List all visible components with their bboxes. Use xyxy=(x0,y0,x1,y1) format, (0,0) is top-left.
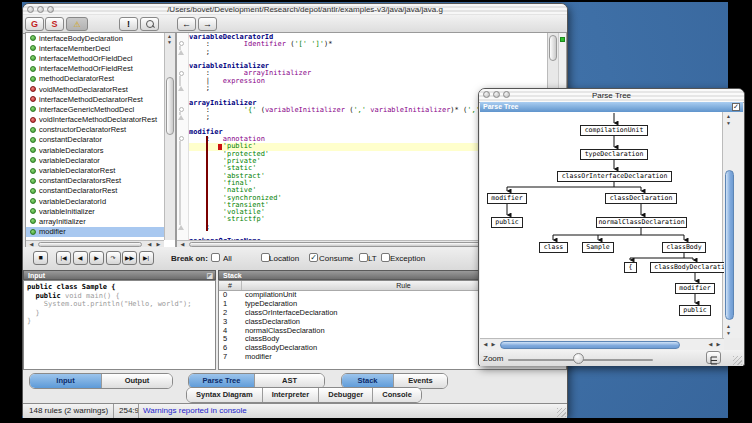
sidebar-item-variableDeclaratorId[interactable]: variableDeclaratorId xyxy=(26,196,164,206)
step-over-button[interactable]: ↷ xyxy=(106,251,121,265)
breakon-checkbox-consume[interactable]: ✓ xyxy=(309,253,318,262)
stop-button[interactable]: ■ xyxy=(33,251,48,265)
sidebar-item-constructorDeclaratorRest[interactable]: constructorDeclaratorRest xyxy=(26,125,164,135)
parse-tree-vertical-scrollbar[interactable]: ▲ ▼ ▲ ▼ xyxy=(722,112,743,338)
tree-node-compilationUnit[interactable]: compilationUnit xyxy=(580,125,648,136)
scroll-down-icon[interactable]: ▼ xyxy=(724,121,733,126)
sidebar-item-constantDeclaratorRest[interactable]: constantDeclaratorRest xyxy=(26,186,164,196)
tree-node-lbrace[interactable]: { xyxy=(624,262,637,273)
tree-layout-button[interactable] xyxy=(706,351,721,364)
tree-node-Sample[interactable]: Sample xyxy=(582,242,614,253)
tree-node-modifier[interactable]: modifier xyxy=(675,283,715,294)
parse-tree-titlebar[interactable]: Parse Tree xyxy=(479,89,744,103)
parse-tree-vscroll-thumb[interactable] xyxy=(725,170,734,320)
sidebar-item-voidInterfaceMethodDeclaratorRest[interactable]: voidInterfaceMethodDeclaratorRest xyxy=(26,115,164,125)
stack-row-number: 3 xyxy=(223,317,227,326)
scroll-right-icon[interactable]: ▶ xyxy=(714,342,723,347)
input-panel[interactable]: public class Sample { public void main()… xyxy=(23,280,216,370)
sidebar-item-constantDeclaratorsRest[interactable]: constantDeclaratorsRest xyxy=(26,176,164,186)
step-backward-button[interactable]: ◀ xyxy=(73,251,88,265)
go-to-end-button[interactable]: ▶| xyxy=(139,251,154,265)
close-button[interactable] xyxy=(27,6,34,13)
tree-node-modifier[interactable]: modifier xyxy=(487,193,527,204)
tree-node-classBodyDeclaration[interactable]: classBodyDeclaration xyxy=(650,262,724,273)
resize-grip[interactable] xyxy=(733,356,742,365)
tree-node-typeDeclaration[interactable]: typeDeclaration xyxy=(580,149,648,160)
tab-events[interactable]: Events xyxy=(394,374,447,388)
sidebar-item-voidMethodDeclaratorRest[interactable]: voidMethodDeclaratorRest xyxy=(26,84,164,94)
tab-interpreter[interactable]: Interpreter xyxy=(263,388,320,402)
tab-debugger[interactable]: Debugger xyxy=(319,388,373,402)
rule-label: interfaceGenericMethodDecl xyxy=(39,105,134,114)
sidebar-item-modifier[interactable]: modifier xyxy=(26,227,164,237)
breakon-checkbox-all[interactable] xyxy=(211,253,220,262)
status-warning-message[interactable]: Warnings reported in console xyxy=(143,406,247,415)
sidebar-item-variableInitializer[interactable]: variableInitializer xyxy=(26,206,164,216)
scroll-up-icon[interactable]: ▲ xyxy=(724,114,733,119)
find-button[interactable] xyxy=(140,17,159,31)
tab-parse-tree[interactable]: Parse Tree xyxy=(189,374,255,388)
tree-node-public[interactable]: public xyxy=(491,217,523,228)
step-forward-button[interactable]: ▶ xyxy=(89,251,104,265)
tab-ast[interactable]: AST xyxy=(255,374,324,388)
breakon-checkbox-lt[interactable] xyxy=(359,253,368,262)
scroll-down-icon[interactable]: ▼ xyxy=(724,331,733,336)
sidebar-scroll-thumb[interactable] xyxy=(166,77,174,135)
tree-node-class[interactable]: class xyxy=(539,242,568,253)
resize-grip[interactable] xyxy=(557,408,566,417)
tree-node-classDeclaration[interactable]: classDeclaration xyxy=(605,193,677,204)
grammar-button[interactable]: G xyxy=(25,17,44,31)
parse-tree-hscroll-thumb[interactable] xyxy=(500,341,680,349)
fold-end-icon[interactable] xyxy=(178,115,184,120)
zoom-slider-thumb[interactable] xyxy=(573,353,584,364)
sidebar-item-interfaceMethodDeclaratorRest[interactable]: interfaceMethodDeclaratorRest xyxy=(26,94,164,104)
sidebar-item-interfaceMemberDecl[interactable]: interfaceMemberDecl xyxy=(26,43,164,53)
input-panel-header[interactable]: Input ◪ xyxy=(23,270,216,280)
scroll-right-icon[interactable]: ▶ xyxy=(489,342,498,347)
sidebar-item-variableDeclaratorRest[interactable]: variableDeclaratorRest xyxy=(26,165,164,175)
sidebar-item-interfaceMethodOrFieldRest[interactable]: interfaceMethodOrFieldRest xyxy=(26,64,164,74)
minimize-button[interactable] xyxy=(37,6,44,13)
ideas-button[interactable]: ! xyxy=(119,17,138,31)
tab-input[interactable]: Input xyxy=(30,374,102,388)
parse-tree-checkbox[interactable]: ✓ xyxy=(732,103,740,111)
tree-node-classOrInterfaceDeclaration[interactable]: classOrInterfaceDeclaration xyxy=(557,171,672,182)
scroll-up-icon[interactable]: ▲ xyxy=(724,324,733,329)
fold-end-icon[interactable] xyxy=(178,225,184,230)
scroll-down-icon[interactable]: ▼ xyxy=(165,40,174,45)
sidebar-item-variableDeclarator[interactable]: variableDeclarator xyxy=(26,155,164,165)
fast-forward-button[interactable]: ▶▶ xyxy=(122,251,137,265)
zoom-button[interactable] xyxy=(503,91,510,98)
syntax-button[interactable]: S xyxy=(45,17,64,31)
sidebar-item-arrayInitializer[interactable]: arrayInitializer xyxy=(26,216,164,226)
fold-end-icon[interactable] xyxy=(178,50,184,55)
tree-node-normalClassDeclaration[interactable]: normalClassDeclaration xyxy=(596,217,687,228)
go-to-start-button[interactable]: |◀ xyxy=(56,251,71,265)
editor-scroll-thumb[interactable] xyxy=(549,35,557,61)
sidebar-item-interfaceMethodOrFieldDecl[interactable]: interfaceMethodOrFieldDecl xyxy=(26,53,164,63)
sidebar-item-interfaceBodyDeclaration[interactable]: interfaceBodyDeclaration xyxy=(26,33,164,43)
breakon-checkbox-exception[interactable] xyxy=(381,253,390,262)
close-button[interactable] xyxy=(483,91,490,98)
back-button[interactable]: ← xyxy=(177,17,196,31)
tab-console[interactable]: Console xyxy=(373,388,421,402)
tab-output[interactable]: Output xyxy=(102,374,172,388)
parse-tree-horizontal-scrollbar[interactable]: ◀ ▶ ◀ ▶ xyxy=(480,338,724,350)
sidebar-item-methodDeclaratorRest[interactable]: methodDeclaratorRest xyxy=(26,74,164,84)
fold-end-icon[interactable] xyxy=(178,86,184,91)
tree-node-public[interactable]: public xyxy=(679,305,711,316)
tab-syntax-diagram[interactable]: Syntax Diagram xyxy=(187,388,263,402)
tab-stack[interactable]: Stack xyxy=(342,374,394,388)
minimize-button[interactable] xyxy=(493,91,500,98)
sidebar-item-variableDeclarators[interactable]: variableDeclarators xyxy=(26,145,164,155)
stack-row-number: 2 xyxy=(223,308,227,317)
sidebar-vertical-scrollbar[interactable]: ▲ ▼ xyxy=(164,33,175,240)
detach-icon[interactable]: ◪ xyxy=(206,272,213,280)
tree-node-classBody[interactable]: classBody xyxy=(662,242,706,253)
forward-button[interactable]: → xyxy=(198,17,217,31)
sidebar-item-constantDeclarator[interactable]: constantDeclarator xyxy=(26,135,164,145)
sidebar-item-interfaceGenericMethodDecl[interactable]: interfaceGenericMethodDecl xyxy=(26,104,164,114)
warnings-button[interactable]: ⚠ xyxy=(66,17,88,31)
parse-tree-canvas[interactable]: compilationUnittypeDeclarationclassOrInt… xyxy=(480,112,724,338)
zoom-button[interactable] xyxy=(47,6,54,13)
